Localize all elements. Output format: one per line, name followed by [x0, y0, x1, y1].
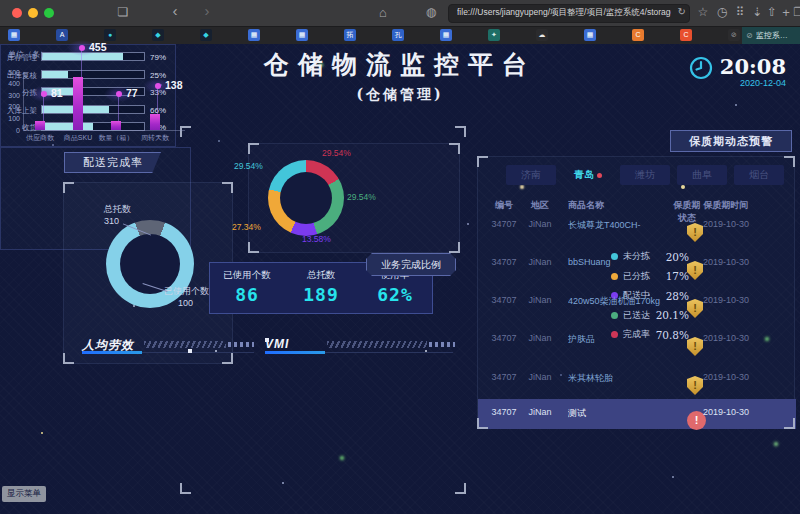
business-ratio-button[interactable]: 业务完成比例 [366, 253, 456, 276]
corner-bracket [180, 126, 191, 137]
marker-dot-icon [116, 91, 122, 97]
extensions-icon[interactable]: ⠿ [731, 4, 749, 21]
vmi-unit-label: 单位（条） [8, 49, 48, 60]
clock-time: 20:08 [720, 56, 786, 78]
privacy-shield-icon[interactable]: ◍ [422, 4, 440, 21]
bar-track [41, 105, 145, 114]
reload-icon[interactable]: ↻ [678, 6, 686, 17]
warning-panel: 济南青岛潍坊曲阜烟台 编号 地区 商品名称 保质期状态 保质期时间 34707J… [477, 156, 795, 429]
corner-bracket [455, 483, 466, 494]
forward-icon[interactable]: › [198, 2, 216, 19]
vmi-bar-供应商数 [35, 121, 45, 130]
marker-dot-icon [79, 45, 85, 51]
corner-bracket [477, 418, 488, 429]
corner-bracket [449, 143, 460, 154]
clock-date: 2020-12-04 [720, 78, 786, 88]
table-row[interactable]: 34707JiNan测试!2019-10-30 [478, 399, 796, 429]
vmi-bar-数量（箱） [111, 121, 121, 130]
table-row[interactable]: 34707JiNan护肤品!2019-10-30 [478, 325, 796, 355]
show-menu-button[interactable]: 显示菜单 [2, 486, 46, 502]
y-tick: 200 [0, 103, 20, 110]
marker-pin [43, 96, 44, 121]
bookmark-blue-a-icon[interactable]: A [56, 29, 68, 41]
delivery-callout-used: 已使用个数100 [164, 285, 209, 309]
bookmark-blue-grid-icon[interactable]: ▦ [8, 29, 20, 41]
y-tick: 500 [0, 69, 20, 76]
close-window-button[interactable] [12, 8, 22, 18]
tab-overview-icon[interactable]: ❐ [790, 4, 800, 21]
bookmark-cyan-dot-icon[interactable]: ● [104, 29, 116, 41]
home-icon[interactable]: ⌂ [374, 4, 392, 21]
delivery-rate-button[interactable]: 配送完成率 [64, 152, 161, 173]
tab-title: 监控系… [756, 31, 788, 40]
table-row[interactable]: 34707JiNanbbSHuang!2019-10-30 [478, 249, 796, 279]
marker-value: 81 [51, 87, 63, 99]
y-tick: 300 [0, 92, 20, 99]
donut-callout-已送达: 29.54% [347, 192, 376, 202]
dashboard: 仓储物流监控平台 (仓储管理) 20:08 2020-12-04 配送完成率 总… [0, 44, 800, 514]
marker-dot-icon [155, 83, 161, 89]
donut-callout-完成率: 29.54% [322, 148, 351, 158]
bookmark-blue-grid-icon[interactable]: ▦ [440, 29, 452, 41]
browser-window: ❏ ‹ › ⌂ ◍ file:///Users/jiangyupeng/项目整理… [0, 0, 800, 514]
marker-pin [157, 88, 158, 114]
tab-潍坊[interactable]: 潍坊 [620, 165, 670, 185]
corner-bracket [63, 353, 74, 364]
corner-bracket [222, 182, 233, 193]
url-bar[interactable]: file:///Users/jiangyupeng/项目整理/项目/监控系统4/… [448, 4, 690, 23]
bookmark-blue-grid-icon[interactable]: ▦ [296, 29, 308, 41]
shelf-life-warning-button[interactable]: 保质期动态预警 [670, 130, 792, 152]
marker-value: 77 [126, 87, 138, 99]
marker-pin [118, 96, 119, 121]
table-row[interactable]: 34707JiNan420w50柴油机油170kg!2019-10-30 [478, 287, 796, 317]
bookmark-tuo-icon[interactable]: 拓 [344, 29, 356, 41]
browser-titlebar: ❏ ‹ › ⌂ ◍ file:///Users/jiangyupeng/项目整理… [0, 0, 800, 27]
corner-bracket [784, 156, 795, 167]
vmi-section-title: VMI [265, 337, 455, 363]
bookmark-star-icon[interactable]: ☆ [694, 4, 712, 21]
sidebar-toggle-icon[interactable]: ❏ [114, 4, 132, 21]
back-icon[interactable]: ‹ [166, 2, 184, 19]
table-row[interactable]: 34707JiNan米其林轮胎!2019-10-30 [478, 364, 796, 394]
corner-bracket [248, 143, 259, 154]
tab-青岛[interactable]: 青岛 [563, 165, 613, 185]
corner-bracket [477, 156, 488, 167]
bar-fill [42, 71, 68, 78]
minimize-window-button[interactable] [28, 8, 38, 18]
bookmark-kong-icon[interactable]: 孔 [392, 29, 404, 41]
delivery-callout-total: 总托数310 [104, 203, 131, 227]
history-icon[interactable]: ◷ [713, 4, 731, 21]
table-row[interactable]: 34707JiNan长城尊龙T400CH-!2019-10-30 [478, 211, 796, 241]
vmi-y-axis [23, 72, 24, 130]
donut-callout-配送中: 13.58% [302, 234, 331, 244]
starfield [0, 44, 2, 46]
tab-曲阜[interactable]: 曲阜 [677, 165, 727, 185]
business-donut-chart [268, 160, 344, 236]
bookmark-cyan-diamond-icon[interactable]: ◆ [200, 29, 212, 41]
bookmark-blocked-icon[interactable]: ⊘ [728, 29, 740, 41]
stat-total: 总托数189 [284, 263, 358, 313]
x-label: 周转天数 [133, 133, 177, 143]
bookmark-blue-grid-icon[interactable]: ▦ [584, 29, 596, 41]
y-tick: 400 [0, 80, 20, 87]
browser-tab[interactable]: ⊘监控系… [742, 27, 800, 44]
url-text: file:///Users/jiangyupeng/项目整理/项目/监控系统4/… [457, 7, 671, 19]
marker-pin [81, 50, 82, 77]
favorites-bar: ▦A●◆◆▦▦拓孔▦✦☁▦CC⊘ ⊘监控系… [0, 27, 800, 44]
tab-烟台[interactable]: 烟台 [734, 165, 784, 185]
bar-track [41, 70, 145, 79]
bookmark-c-red-icon[interactable]: C [680, 29, 692, 41]
bookmark-cloud-icon[interactable]: ☁ [536, 29, 548, 41]
y-tick: 100 [0, 115, 20, 122]
tab-济南[interactable]: 济南 [506, 165, 556, 185]
bar-fill [42, 123, 93, 130]
corner-bracket [63, 182, 74, 193]
bookmark-c-orange-icon[interactable]: C [632, 29, 644, 41]
clock-widget: 20:08 2020-12-04 [689, 56, 786, 88]
marker-dot-icon [41, 91, 47, 97]
bookmark-teal-icon[interactable]: ✦ [488, 29, 500, 41]
zoom-window-button[interactable] [44, 8, 54, 18]
bookmark-blue-grid-icon[interactable]: ▦ [248, 29, 260, 41]
bookmark-cyan-diamond-icon[interactable]: ◆ [152, 29, 164, 41]
vmi-bar-周转天数 [150, 114, 160, 130]
